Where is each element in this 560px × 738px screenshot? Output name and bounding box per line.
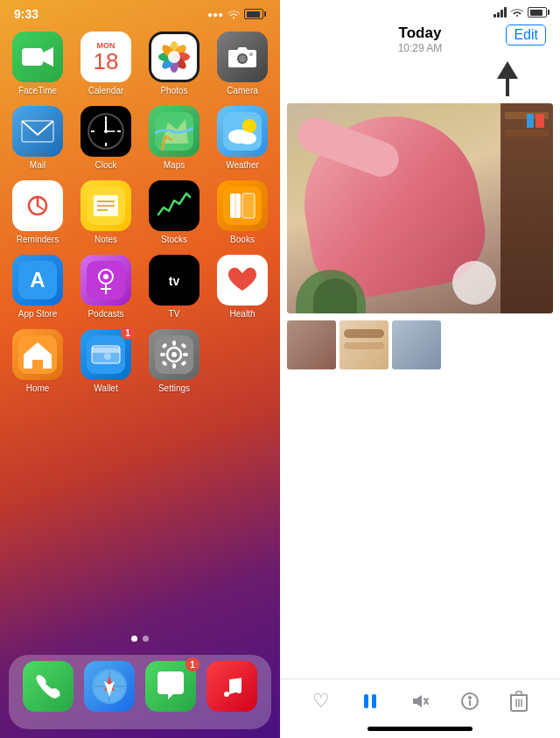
dock-phone[interactable] (23, 661, 74, 712)
photos-status-bar (280, 0, 560, 21)
app-mail[interactable]: Mail (9, 106, 66, 170)
home-app-label: Home (10, 383, 66, 393)
svg-rect-55 (34, 360, 41, 369)
health-icon (217, 255, 268, 306)
app-grid: FaceTime MON 18 Calendar (0, 25, 280, 400)
app-appstore[interactable]: A App Store (9, 255, 66, 319)
delete-button[interactable] (510, 691, 528, 712)
app-reminders[interactable]: Reminders (9, 180, 66, 244)
svg-text:A: A (30, 268, 45, 292)
app-notes[interactable]: Notes (77, 180, 135, 244)
main-photo[interactable] (287, 103, 553, 313)
svg-rect-82 (372, 694, 376, 708)
wallet-badge: 1 (121, 326, 135, 340)
iphone-time: 9:33 (14, 7, 38, 21)
maps-icon (149, 106, 200, 157)
app-camera[interactable]: Camera (214, 32, 271, 95)
app-photos[interactable]: Photos (145, 32, 203, 95)
photo-toolbar: ♡ (280, 678, 560, 723)
dock-messages[interactable]: 1 (145, 661, 196, 712)
thumbnail-strip[interactable] (287, 320, 553, 373)
iphone-status-bar: 9:33 ●●● (0, 0, 280, 25)
svg-rect-14 (21, 119, 54, 144)
appstore-label: App Store (10, 309, 66, 319)
photos-app: Today 10:29 AM Edit (280, 0, 560, 738)
podcasts-icon (80, 255, 131, 306)
mail-icon (12, 106, 63, 157)
app-facetime[interactable]: FaceTime (9, 32, 66, 95)
stocks-label: Stocks (146, 235, 202, 244)
thumbnail-3[interactable] (392, 320, 441, 369)
camera-label: Camera (214, 86, 270, 95)
wallet-icon: 1 (80, 329, 131, 380)
pause-button[interactable] (360, 692, 380, 711)
books-label: Books (214, 235, 270, 244)
svg-marker-1 (43, 47, 53, 67)
svg-text:tv: tv (169, 274, 180, 288)
svg-point-48 (103, 274, 108, 279)
app-calendar[interactable]: MON 18 Calendar (77, 32, 135, 95)
svg-point-29 (239, 132, 256, 144)
svg-rect-42 (242, 193, 255, 218)
thumbnail-1[interactable] (287, 320, 336, 369)
svg-rect-39 (155, 186, 193, 225)
svg-rect-58 (92, 348, 120, 353)
svg-point-24 (104, 130, 108, 133)
svg-rect-65 (172, 363, 176, 369)
photos-subtitle: 10:29 AM (398, 42, 443, 54)
home-app-icon (12, 329, 63, 380)
svg-rect-0 (22, 48, 43, 66)
app-wallet[interactable]: 1 Wallet (77, 329, 135, 393)
app-weather[interactable]: Weather (214, 106, 271, 170)
photos-nav-bar: Today 10:29 AM Edit (280, 21, 560, 58)
photos-wifi-icon (510, 7, 524, 18)
tv-label: TV (146, 309, 202, 319)
edit-button[interactable]: Edit (506, 25, 546, 46)
page-dots (0, 636, 280, 642)
thumbnail-2[interactable] (340, 320, 388, 369)
mute-button[interactable] (410, 692, 430, 711)
messages-badge: 1 (186, 657, 200, 671)
like-button[interactable]: ♡ (312, 690, 330, 713)
reminders-icon (12, 180, 63, 231)
home-indicator (368, 727, 472, 731)
app-books[interactable]: Books (214, 180, 271, 244)
page-dot-1 (131, 636, 137, 642)
info-button[interactable] (460, 692, 480, 711)
facetime-label: FaceTime (10, 86, 66, 95)
svg-point-13 (249, 53, 253, 56)
svg-point-60 (104, 353, 111, 360)
photos-signal-icons (494, 7, 550, 18)
app-podcasts[interactable]: Podcasts (77, 255, 135, 319)
appstore-icon: A (12, 255, 63, 306)
calendar-icon: MON 18 (80, 32, 131, 82)
settings-icon (149, 329, 200, 380)
wallet-label: Wallet (78, 383, 134, 393)
svg-point-63 (172, 352, 177, 357)
app-stocks[interactable]: Stocks (145, 180, 203, 244)
app-settings[interactable]: Settings (145, 329, 203, 393)
app-maps[interactable]: Maps (145, 106, 203, 170)
app-home[interactable]: Home (9, 329, 66, 393)
signal-bar-3 (500, 10, 503, 18)
dock-safari[interactable] (84, 661, 135, 712)
calendar-date: 18 (94, 50, 119, 73)
app-tv[interactable]: tv TV (145, 255, 203, 319)
photos-title: Today (398, 25, 443, 42)
svg-point-79 (236, 688, 242, 693)
iphone-screen: 9:33 ●●● FaceTime (0, 0, 280, 738)
app-health[interactable]: Health (214, 255, 271, 319)
camera-icon (217, 32, 268, 82)
app-clock[interactable]: Clock (77, 106, 135, 170)
health-label: Health (214, 309, 270, 319)
dock-phone-icon (23, 661, 74, 712)
svg-rect-67 (183, 353, 188, 356)
photo-main-area (280, 96, 560, 678)
clock-label: Clock (78, 160, 134, 170)
svg-rect-90 (516, 692, 522, 695)
books-icon (217, 180, 268, 231)
stocks-icon (149, 180, 200, 231)
dock-music[interactable] (206, 661, 257, 712)
app-empty (214, 329, 271, 393)
wifi-icon (228, 9, 240, 19)
